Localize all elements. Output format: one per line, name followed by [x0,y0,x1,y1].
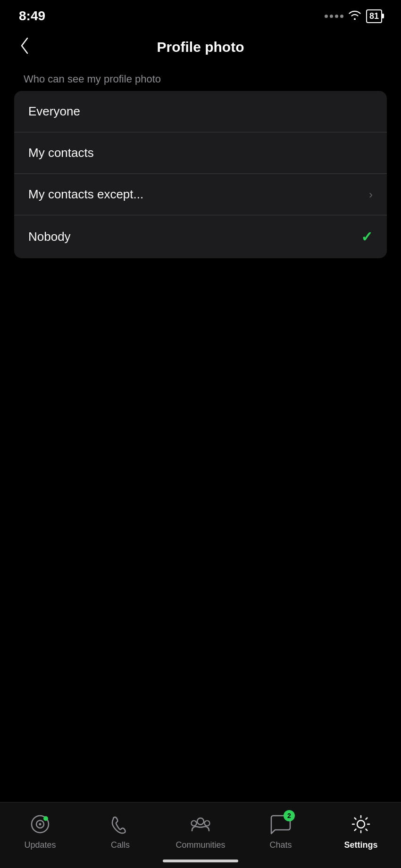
option-my-contacts-except-label: My contacts except... [28,187,143,202]
svg-point-3 [43,816,48,821]
svg-point-6 [205,821,210,826]
chats-badge: 2 [284,810,295,821]
nav-item-settings[interactable]: Settings [333,812,389,850]
settings-icon [349,812,373,836]
back-button[interactable] [14,32,35,63]
svg-point-5 [192,821,197,826]
svg-point-4 [197,818,204,825]
header: Profile photo [0,28,401,66]
nav-item-calls[interactable]: Calls [92,812,149,850]
nav-label-updates: Updates [24,840,56,850]
battery-icon: 81 [366,9,382,23]
option-my-contacts[interactable]: My contacts [14,132,387,174]
section-label: Who can see my profile photo [0,66,401,91]
chevron-right-icon: › [369,188,373,201]
status-bar: 8:49 81 [0,0,401,28]
nav-item-updates[interactable]: Updates [12,812,68,850]
signal-icon [325,15,343,18]
home-indicator [163,860,238,862]
nav-label-settings: Settings [344,840,377,850]
checkmark-icon: ✓ [361,229,373,245]
updates-icon [28,812,52,836]
page-title: Profile photo [157,39,244,55]
chats-icon: 2 [268,812,293,836]
calls-icon [108,812,133,836]
nav-label-communities: Communities [175,840,225,850]
option-nobody-label: Nobody [28,229,71,244]
option-my-contacts-label: My contacts [28,146,94,160]
options-list: Everyone My contacts My contacts except.… [14,91,387,258]
svg-point-7 [357,820,365,828]
status-icons: 81 [325,9,382,23]
nav-item-chats[interactable]: 2 Chats [252,812,309,850]
communities-icon [188,812,213,836]
nav-label-calls: Calls [111,840,130,850]
wifi-icon [348,9,361,23]
nav-item-communities[interactable]: Communities [172,812,229,850]
nav-label-chats: Chats [269,840,292,850]
option-everyone[interactable]: Everyone [14,91,387,132]
bottom-nav: Updates Calls Communities 2 Chats [0,802,401,868]
option-my-contacts-except[interactable]: My contacts except... › [14,174,387,215]
status-time: 8:49 [19,8,45,24]
svg-point-2 [39,823,42,826]
option-everyone-label: Everyone [28,104,80,119]
option-nobody[interactable]: Nobody ✓ [14,215,387,258]
